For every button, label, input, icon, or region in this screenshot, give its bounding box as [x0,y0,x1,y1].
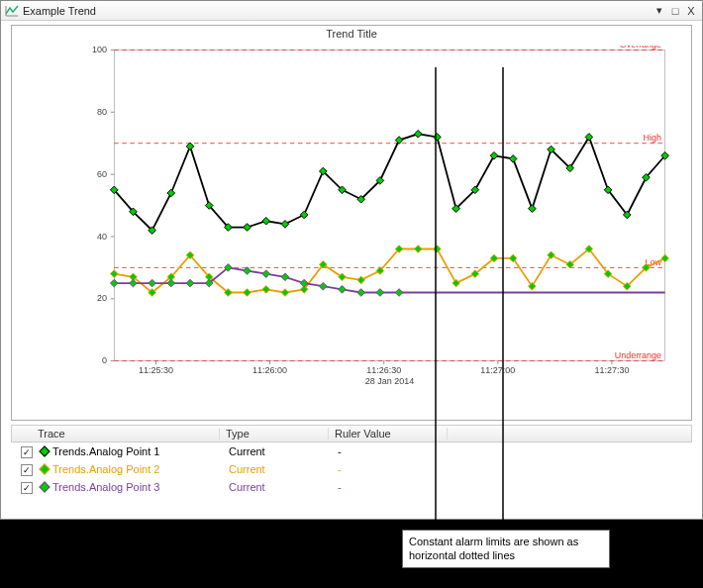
svg-rect-2 [114,49,664,360]
ruler-value: - [332,481,451,493]
chart-title: Trend Title [12,26,691,42]
diamond-marker-icon [39,445,50,456]
svg-text:Underrange: Underrange [615,350,661,360]
legend-header: Trace Type Ruler Value [11,425,692,442]
maximize-button[interactable]: □ [668,4,682,18]
trace-name: Trends.Analog Point 2 [52,463,159,475]
trend-icon [5,4,19,18]
svg-text:80: 80 [97,107,107,117]
svg-text:20: 20 [97,293,107,303]
svg-text:40: 40 [97,232,107,242]
svg-text:Overrange: Overrange [620,46,661,49]
dropdown-icon[interactable]: ▾ [653,4,666,18]
chart-panel: Trend Title 02040608010011:25:3011:26:00… [11,25,692,421]
svg-text:60: 60 [97,169,107,179]
trace-type: Current [223,445,332,457]
trace-checkbox[interactable]: ✓ [21,482,33,494]
diamond-marker-icon [39,481,50,492]
col-header-ruler: Ruler Value [329,428,448,440]
close-button[interactable]: X [684,4,698,18]
window-title: Example Trend [23,5,651,17]
trace-name: Trends.Analog Point 1 [52,445,159,457]
titlebar: Example Trend ▾ □ X [1,1,702,21]
legend-row: ✓ Trends.Analog Point 3 Current - [11,478,692,496]
svg-text:28 Jan 2014: 28 Jan 2014 [365,376,414,386]
svg-text:0: 0 [102,355,107,365]
col-header-trace: Trace [32,428,220,440]
legend-table: Trace Type Ruler Value ✓ Trends.Analog P… [11,425,692,496]
diamond-marker-icon [39,463,50,474]
legend-row: ✓ Trends.Analog Point 2 Current - [11,460,692,478]
trace-type: Current [223,481,332,493]
trace-checkbox[interactable]: ✓ [21,464,33,476]
svg-text:100: 100 [92,46,107,54]
trace-type: Current [223,463,332,475]
svg-text:11:27:00: 11:27:00 [480,365,515,375]
legend-row: ✓ Trends.Analog Point 1 Current - [11,442,692,460]
trace-name: Trends.Analog Point 3 [52,481,159,493]
svg-text:11:26:00: 11:26:00 [252,365,287,375]
ruler-value: - [332,445,451,457]
svg-text:11:27:30: 11:27:30 [594,365,629,375]
trace-checkbox[interactable]: ✓ [21,446,33,458]
callout-box: Constant alarm limits are shown as horiz… [402,530,610,568]
col-header-type: Type [220,428,329,440]
svg-text:11:26:30: 11:26:30 [366,365,401,375]
ruler-value: - [332,463,451,475]
svg-text:11:25:30: 11:25:30 [139,365,173,375]
trend-plot: 02040608010011:25:3011:26:0011:26:3011:2… [69,46,683,392]
svg-text:High: High [644,133,661,143]
trend-window: Example Trend ▾ □ X Trend Title 02040608… [0,0,703,520]
